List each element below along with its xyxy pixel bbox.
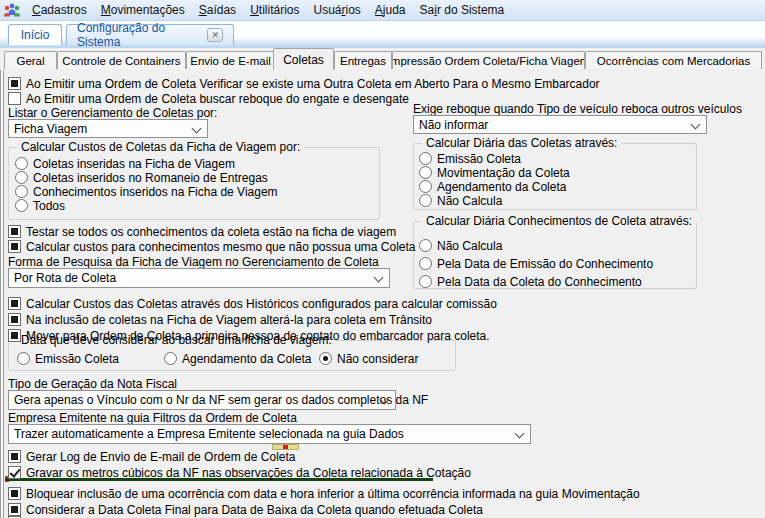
checkbox-label: Mover para Ordem de Coleta a primeira pe… — [26, 329, 490, 343]
radio-button[interactable] — [15, 157, 28, 170]
checkbox-row[interactable]: Gravar os metros cúbicos da NF nas obser… — [8, 466, 765, 482]
radio-label: Movimentação da Coleta — [437, 166, 570, 180]
document-tab-strip: Início Configuração do Sistema ✕ — [0, 21, 765, 48]
radio-button[interactable] — [319, 352, 332, 365]
checkbox[interactable] — [8, 450, 21, 463]
forma-pesquisa-combo[interactable]: Por Rota de Coleta — [8, 268, 390, 288]
radio-button[interactable] — [17, 352, 30, 365]
radio-button[interactable] — [15, 171, 28, 184]
checkbox-row[interactable]: Mover para Ordem de Coleta a primeira pe… — [8, 329, 765, 345]
radio-label: Coletas inseridas na Ficha de Viagem — [33, 157, 235, 171]
radio-button[interactable] — [419, 180, 432, 193]
radio-label: Coletas inseridos no Romaneio de Entrega… — [33, 171, 268, 185]
checkbox-label: Considerar a Data Coleta Final para Data… — [26, 503, 483, 517]
radio-label: Emissão Coleta — [35, 352, 119, 366]
radio-label: Pela Data da Coleta do Conhecimento — [437, 275, 642, 289]
radio-label: Conhecimentos inseridos na Ficha de Viag… — [33, 185, 278, 199]
checkbox[interactable] — [8, 297, 21, 310]
radio-row[interactable]: Agendamento da Coleta — [164, 352, 309, 368]
radio-row[interactable]: Pela Data da Coleta do Conhecimento — [419, 275, 696, 291]
radio-label: Emissão Coleta — [437, 152, 521, 166]
settings-tab-bar: Geral Controle de Containers Envio de E-… — [0, 48, 765, 70]
subtab-controle-de-containers[interactable]: Controle de Containers — [57, 51, 186, 69]
listar-gerenciamento-label: Listar o Gerenciamento de Coletas por: — [8, 106, 217, 120]
tab-inicio[interactable]: Início — [8, 24, 62, 45]
checkbox-row[interactable]: Testar se todos os conhecimentos da cole… — [8, 225, 765, 241]
radio-label: Todos — [33, 199, 65, 213]
tipo-geracao-nf-combo[interactable]: Gera apenas o Vínculo com o Nr da NF sem… — [8, 390, 396, 410]
checkbox[interactable] — [8, 92, 21, 105]
subtab-impressao-ordem-coleta[interactable]: Impressão Ordem Coleta/Ficha Viagem — [392, 51, 585, 69]
radio-button[interactable] — [419, 257, 432, 270]
tab-configuracao-do-sistema[interactable]: Configuração do Sistema ✕ — [66, 24, 234, 45]
radio-row[interactable]: Não Calcula — [419, 194, 696, 210]
checkbox-label: Na inclusão de coletas na Ficha de Viage… — [26, 313, 432, 327]
checkbox-row[interactable]: Calcular custos para conhecimentos mesmo… — [8, 240, 765, 256]
chevron-down-icon — [515, 429, 525, 439]
menu-saidas[interactable]: Saídas — [192, 1, 243, 19]
app-window: Cadastros Movimentações Saídas Utilitári… — [0, 0, 765, 518]
radio-label: Agendamento da Coleta — [182, 352, 311, 366]
forma-pesquisa-label: Forma de Pesquisa da Ficha de Viagem no … — [8, 255, 379, 269]
menu-cadastros[interactable]: Cadastros — [25, 1, 94, 19]
checkbox[interactable] — [8, 487, 21, 500]
listar-gerenciamento-combo[interactable]: Ficha Viagem — [8, 119, 208, 138]
checkbox[interactable] — [8, 225, 21, 238]
radio-row[interactable]: Pela Data de Emissão do Conhecimento — [419, 257, 696, 273]
radio-button[interactable] — [419, 194, 432, 207]
checkbox-row[interactable]: Ao Emitir uma Ordem de Coleta Verificar … — [8, 77, 765, 93]
empresa-emitente-combo[interactable]: Trazer automaticamente a Empresa Emitent… — [8, 424, 531, 444]
checkbox[interactable] — [8, 329, 21, 342]
checkbox-label: Gerar Log de Envio de E-mail de Ordem de… — [26, 450, 295, 464]
checkbox-label: Calcular custos para conhecimentos mesmo… — [26, 240, 416, 254]
checkbox-row[interactable]: Gerar Log de Envio de E-mail de Ordem de… — [8, 450, 765, 466]
checkbox-label: Calcular Custos das Coletas através dos … — [26, 297, 497, 311]
subtab-envio-de-email[interactable]: Envio de E-mail — [186, 51, 275, 69]
menu-sair-do-sistema[interactable]: Sair do Sistema — [413, 1, 512, 19]
subtab-coletas[interactable]: Coletas — [273, 48, 334, 70]
radio-label: Pela Data de Emissão do Conhecimento — [437, 257, 653, 271]
subtab-geral[interactable]: Geral — [4, 51, 57, 69]
checkbox-row[interactable]: Na inclusão de coletas na Ficha de Viage… — [8, 313, 765, 329]
chevron-down-icon — [691, 120, 701, 130]
checkbox-label: Testar se todos os conhecimentos da cole… — [26, 225, 396, 239]
checkbox-label: Ao Emitir uma Ordem de Coleta buscar reb… — [26, 92, 409, 106]
subtab-ocorrencias-mercadorias[interactable]: Ocorrências com Mercadorias — [585, 51, 762, 69]
groupbox-title: Calcular Diária das Coletas através: — [422, 136, 621, 150]
radio-label: Agendamento da Coleta — [437, 180, 566, 194]
groupbox-title: Calcular Custos de Coletas da Ficha de V… — [17, 140, 304, 154]
close-tab-icon[interactable]: ✕ — [207, 28, 223, 42]
checkbox[interactable] — [8, 503, 21, 516]
menu-ajuda[interactable]: Ajuda — [368, 1, 413, 19]
groupbox-calcular-custos: Calcular Custos de Coletas da Ficha de V… — [8, 147, 380, 220]
exige-reboque-combo[interactable]: Não informar — [413, 115, 707, 134]
radio-label: Não considerar — [337, 352, 418, 366]
chevron-down-icon — [374, 273, 384, 283]
radio-row[interactable]: Não considerar — [319, 352, 464, 368]
checkbox-label: Ao Emitir uma Ordem de Coleta Verificar … — [26, 77, 600, 91]
users-icon — [3, 2, 21, 18]
menu-utilitarios[interactable]: Utilitários — [243, 1, 306, 19]
radio-row[interactable]: Todos — [15, 199, 379, 215]
radio-button[interactable] — [15, 199, 28, 212]
menu-bar: Cadastros Movimentações Saídas Utilitári… — [0, 0, 765, 21]
checkbox-label: Bloquear inclusão de uma ocorrência com … — [26, 487, 640, 501]
radio-button[interactable] — [419, 152, 432, 165]
empresa-emitente-label: Empresa Emitente na guia Filtros da Orde… — [8, 411, 297, 425]
checkbox[interactable] — [8, 77, 21, 90]
panel-left-border — [0, 70, 4, 518]
checkbox-row[interactable]: Calcular Custos das Coletas através dos … — [8, 297, 765, 313]
radio-button[interactable] — [15, 185, 28, 198]
radio-button[interactable] — [164, 352, 177, 365]
checkbox-row[interactable]: Ao Emitir uma Ordem de Coleta buscar reb… — [8, 92, 765, 108]
radio-button[interactable] — [419, 166, 432, 179]
menu-usuarios[interactable]: Usuários — [306, 1, 367, 19]
subtab-entregas[interactable]: Entregas — [334, 51, 392, 69]
radio-button[interactable] — [419, 275, 432, 288]
menu-movimentacoes[interactable]: Movimentações — [94, 1, 192, 19]
checkbox[interactable] — [8, 240, 21, 253]
radio-row[interactable]: Emissão Coleta — [17, 352, 162, 368]
checkbox[interactable] — [8, 313, 21, 326]
checkbox-row[interactable]: Bloquear inclusão de uma ocorrência com … — [8, 487, 765, 503]
checkbox[interactable] — [8, 466, 21, 479]
